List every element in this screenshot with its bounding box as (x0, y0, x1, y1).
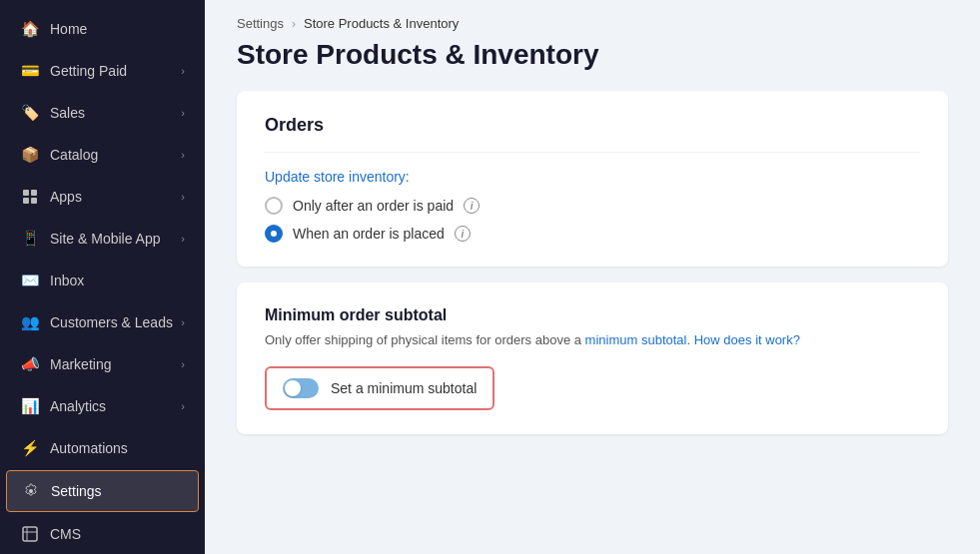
chevron-right-icon: › (181, 65, 185, 77)
breadcrumb-parent-link[interactable]: Settings (237, 16, 284, 31)
chevron-right-icon: › (181, 191, 185, 203)
sidebar-item-label: Getting Paid (50, 63, 181, 79)
inventory-radio-group: Only after an order is paid i When an or… (265, 197, 920, 243)
sidebar-item-label: Marketing (50, 356, 181, 372)
analytics-icon: 📊 (20, 396, 40, 416)
sidebar-item-apps[interactable]: Apps › (6, 177, 199, 217)
sidebar-item-site-mobile[interactable]: 📱 Site & Mobile App › (6, 219, 199, 259)
orders-card: Orders Update store inventory: Only afte… (237, 91, 948, 267)
radio-option-placed[interactable]: When an order is placed i (265, 225, 920, 243)
min-order-subtotal-link[interactable]: minimum subtotal (585, 332, 687, 347)
info-icon-paid[interactable]: i (464, 198, 480, 214)
page-title: Store Products & Inventory (205, 35, 980, 91)
main-content: Settings › Store Products & Inventory St… (205, 0, 980, 554)
catalog-icon: 📦 (20, 145, 40, 165)
customers-icon: 👥 (20, 312, 40, 332)
radio-label-placed: When an order is placed (293, 226, 445, 242)
home-icon: 🏠 (20, 19, 40, 39)
sidebar-item-label: Analytics (50, 398, 181, 414)
info-icon-placed[interactable]: i (455, 226, 471, 242)
sidebar-item-label: Customers & Leads (50, 314, 181, 330)
svg-rect-4 (23, 527, 37, 541)
sidebar-item-customers-leads[interactable]: 👥 Customers & Leads › (6, 302, 199, 342)
site-mobile-icon: 📱 (20, 229, 40, 249)
sidebar-item-label: Automations (50, 440, 185, 456)
minimum-subtotal-toggle[interactable] (283, 378, 319, 398)
sidebar-item-automations[interactable]: ⚡ Automations (6, 428, 199, 468)
chevron-right-icon: › (181, 149, 185, 161)
min-order-title: Minimum order subtotal (265, 306, 920, 324)
sidebar-item-analytics[interactable]: 📊 Analytics › (6, 386, 199, 426)
inbox-icon: ✉️ (20, 271, 40, 290)
sidebar-item-label: Sales (50, 105, 181, 121)
breadcrumb: Settings › Store Products & Inventory (205, 0, 980, 35)
chevron-right-icon: › (181, 400, 185, 412)
apps-icon (20, 187, 40, 207)
settings-icon (21, 481, 41, 501)
radio-circle-paid (265, 197, 283, 215)
sidebar-item-home[interactable]: 🏠 Home (6, 9, 199, 49)
svg-rect-1 (31, 190, 37, 196)
sidebar-item-sales[interactable]: 🏷️ Sales › (6, 93, 199, 133)
getting-paid-icon: 💳 (20, 61, 40, 81)
radio-option-paid[interactable]: Only after an order is paid i (265, 197, 920, 215)
sidebar-item-catalog[interactable]: 📦 Catalog › (6, 135, 199, 175)
sales-icon: 🏷️ (20, 103, 40, 123)
sidebar-item-getting-paid[interactable]: 💳 Getting Paid › (6, 51, 199, 91)
sidebar: 🏠 Home 💳 Getting Paid › 🏷️ Sales › 📦 Cat… (0, 0, 205, 554)
sidebar-item-label: Apps (50, 189, 181, 205)
sidebar-item-label: Site & Mobile App (50, 231, 181, 247)
chevron-right-icon: › (181, 358, 185, 370)
cms-icon (20, 524, 40, 544)
radio-label-paid: Only after an order is paid (293, 198, 454, 214)
sidebar-item-settings[interactable]: Settings (6, 470, 199, 512)
breadcrumb-current: Store Products & Inventory (304, 16, 459, 31)
sidebar-item-label: Settings (51, 483, 184, 499)
set-minimum-subtotal-toggle-row[interactable]: Set a minimum subtotal (265, 366, 494, 410)
chevron-right-icon: › (181, 107, 185, 119)
automations-icon: ⚡ (20, 438, 40, 458)
orders-card-title: Orders (265, 115, 920, 136)
sidebar-item-inbox[interactable]: ✉️ Inbox (6, 261, 199, 300)
sidebar-item-marketing[interactable]: 📣 Marketing › (6, 344, 199, 384)
min-order-desc-before: Only offer shipping of physical items fo… (265, 332, 581, 347)
min-order-card: Minimum order subtotal Only offer shippi… (237, 282, 948, 434)
toggle-label: Set a minimum subtotal (331, 380, 477, 396)
svg-rect-2 (23, 198, 29, 204)
chevron-right-icon: › (181, 316, 185, 328)
min-order-description: Only offer shipping of physical items fo… (265, 330, 920, 350)
chevron-right-icon: › (181, 233, 185, 245)
breadcrumb-separator: › (292, 17, 296, 31)
sidebar-item-label: Catalog (50, 147, 181, 163)
sidebar-item-cms[interactable]: CMS (6, 514, 199, 554)
svg-rect-3 (31, 198, 37, 204)
svg-rect-0 (23, 190, 29, 196)
sidebar-item-label: CMS (50, 526, 185, 542)
how-does-it-work-link[interactable]: How does it work? (694, 332, 800, 347)
sidebar-item-label: Home (50, 21, 185, 37)
sidebar-item-label: Inbox (50, 273, 185, 288)
inventory-label: Update store inventory: (265, 169, 920, 185)
marketing-icon: 📣 (20, 354, 40, 374)
content-area: Orders Update store inventory: Only afte… (205, 91, 980, 458)
radio-circle-placed (265, 225, 283, 243)
